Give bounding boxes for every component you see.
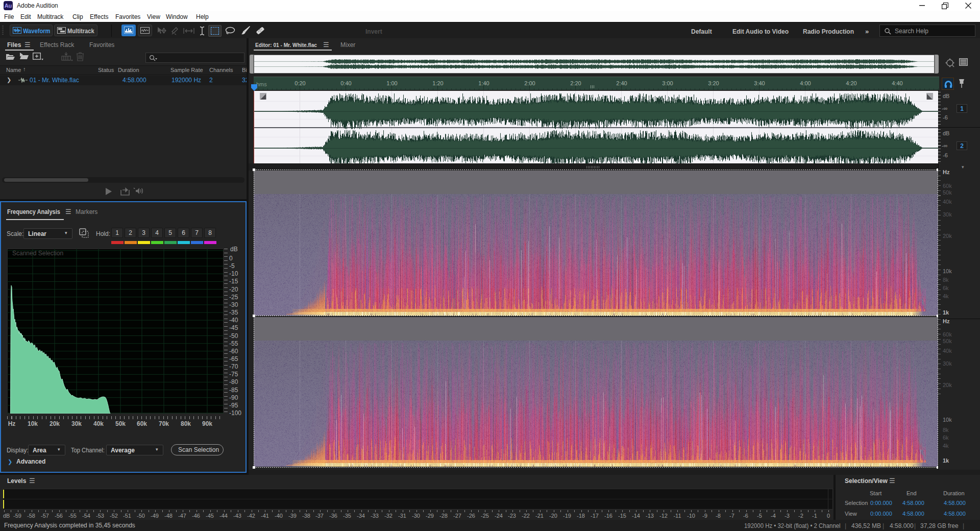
svg-text:Scanned Selection: Scanned Selection: [12, 250, 63, 257]
